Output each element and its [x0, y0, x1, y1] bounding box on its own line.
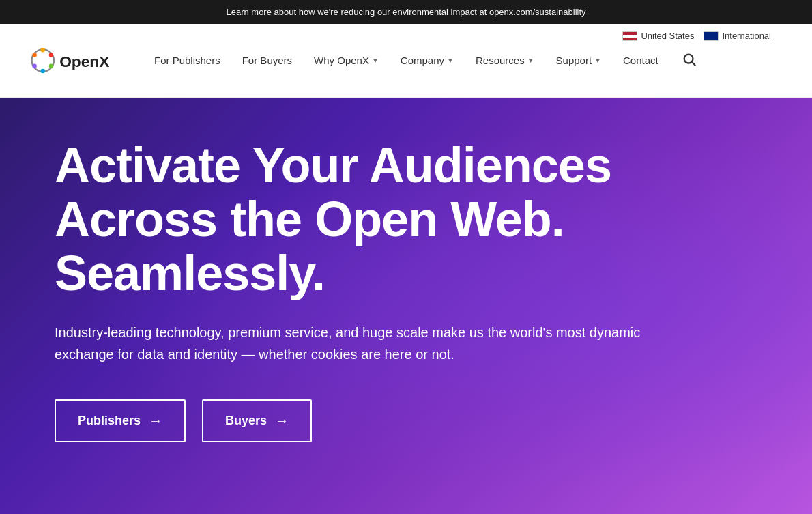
hero-buttons: Publishers → Buyers →	[55, 399, 757, 442]
nav-item-company[interactable]: Company ▼	[390, 48, 465, 73]
svg-point-6	[32, 53, 37, 57]
svg-line-9	[692, 62, 695, 66]
nav-item-support[interactable]: Support ▼	[545, 48, 612, 73]
svg-point-4	[41, 68, 46, 73]
svg-point-0	[32, 49, 55, 72]
nav-support-label: Support	[556, 55, 592, 66]
svg-text:OpenX: OpenX	[59, 52, 109, 70]
nav-resources-label: Resources	[476, 55, 525, 66]
arrow-icon: →	[275, 413, 289, 429]
hero-title: Activate Your Audiences Across the Open …	[55, 139, 757, 301]
nav-item-publishers[interactable]: For Publishers	[143, 48, 231, 73]
svg-point-1	[41, 47, 46, 52]
sustainability-link[interactable]: openx.com/sustainability	[489, 7, 586, 17]
publishers-btn-label: Publishers	[78, 414, 141, 428]
nav-item-buyers[interactable]: For Buyers	[231, 48, 303, 73]
svg-point-5	[32, 63, 37, 68]
publishers-button[interactable]: Publishers →	[55, 399, 186, 442]
chevron-down-icon: ▼	[527, 57, 534, 64]
nav-item-why[interactable]: Why OpenX ▼	[303, 48, 390, 73]
hero-section: Activate Your Audiences Across the Open …	[0, 98, 812, 514]
main-nav: For Publishers For Buyers Why OpenX ▼ Co…	[143, 48, 669, 73]
buyers-btn-label: Buyers	[225, 414, 267, 428]
nav-buyers-label: For Buyers	[242, 55, 292, 66]
announcement-text: Learn more about how we're reducing our …	[226, 7, 489, 17]
arrow-icon: →	[149, 413, 162, 429]
nav-company-label: Company	[401, 55, 444, 66]
svg-point-2	[49, 53, 54, 57]
logo-wrap[interactable]: OpenX	[27, 44, 116, 78]
locale-intl[interactable]: International	[704, 31, 771, 41]
nav-item-resources[interactable]: Resources ▼	[465, 48, 545, 73]
locale-us[interactable]: United States	[622, 31, 694, 41]
flag-uk-icon	[704, 31, 719, 41]
nav-contact-label: Contact	[623, 55, 658, 66]
search-icon	[682, 52, 697, 67]
nav-publishers-label: For Publishers	[154, 55, 220, 66]
svg-point-8	[684, 54, 693, 63]
nav-why-label: Why OpenX	[314, 55, 369, 66]
buyers-button[interactable]: Buyers →	[202, 399, 312, 442]
intl-label: International	[722, 31, 771, 41]
header: United States International OpenX F	[0, 24, 812, 98]
search-button[interactable]	[676, 46, 702, 75]
openx-logo: OpenX	[27, 44, 116, 78]
svg-point-3	[49, 63, 54, 68]
chevron-down-icon: ▼	[372, 57, 379, 64]
hero-subtitle: Industry-leading technology, premium ser…	[55, 322, 689, 365]
chevron-down-icon: ▼	[594, 57, 601, 64]
announcement-bar: Learn more about how we're reducing our …	[0, 0, 812, 24]
flag-us-icon	[622, 31, 637, 41]
nav-item-contact[interactable]: Contact	[612, 48, 669, 73]
locale-block: United States International	[622, 31, 771, 41]
us-label: United States	[641, 31, 694, 41]
chevron-down-icon: ▼	[447, 57, 454, 64]
